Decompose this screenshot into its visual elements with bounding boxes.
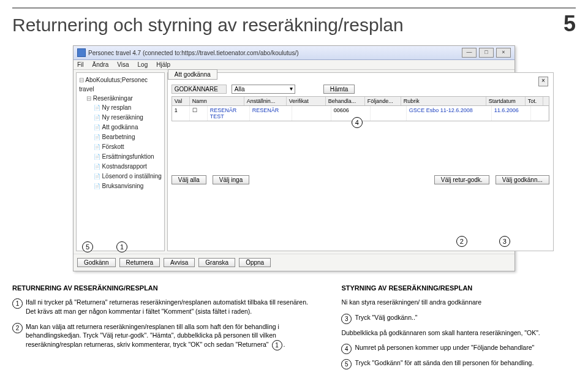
left-heading: RETURNERING AV RESERÄKNING/RESPLAN — [12, 284, 317, 293]
granska-button[interactable]: Granska — [198, 258, 235, 267]
right-para-5: 5 Tryck "Godkänn" för att sända den till… — [341, 358, 576, 368]
filter-label: GODKÄNNARE — [172, 85, 227, 94]
tree-item[interactable]: Kostnadsrapport — [79, 162, 162, 172]
right-pdbl-text: Dubbelklicka på godkännaren som skall ha… — [341, 329, 540, 336]
right-p4-text: Numret på personen kommer upp under "Föl… — [355, 344, 534, 351]
col-start[interactable]: Startdatum — [486, 97, 526, 105]
close-button[interactable]: × — [496, 48, 511, 58]
page-number: 5 — [564, 11, 576, 37]
content-panel: Att godkänna × GODKÄNNARE Alla Hämta Val… — [167, 72, 554, 251]
right-p1: Ni kan styra reseräkningen/ till andra g… — [341, 298, 576, 307]
nav-tree[interactable]: AboKoulutus;Personec travel Reseräkninga… — [76, 72, 165, 251]
left-p2-text: Man kan välja att returnera reseräkninge… — [26, 323, 279, 349]
app-window: Personec travel 4.7 (connected to:https:… — [73, 45, 515, 271]
step-5-icon: 5 — [341, 359, 352, 369]
avvisa-button[interactable]: Avvisa — [164, 258, 195, 267]
callout-1: 1 — [116, 241, 127, 252]
valj-retur-button[interactable]: Välj retur-godk. — [434, 175, 489, 184]
grid-header: Val Namn Anställnin... Verifikat Behandl… — [172, 96, 549, 106]
right-p3-text: Tryck "Välj godkänn.." — [355, 314, 417, 321]
col-rubrik[interactable]: Rubrik — [401, 97, 486, 105]
callout-3: 3 — [499, 236, 510, 247]
row-checkbox[interactable]: ☐ — [190, 106, 208, 121]
menu-andra[interactable]: Ändra — [92, 61, 109, 68]
titlebar: Personec travel 4.7 (connected to:https:… — [74, 46, 514, 60]
col-anst[interactable]: Anställnin... — [244, 97, 287, 105]
row-beh: 00606 — [331, 106, 371, 121]
left-p1-text: Ifall ni trycker på "Returnera" returner… — [26, 298, 308, 315]
col-ver[interactable]: Verifikat — [287, 97, 326, 105]
page-title: Returnering och styrning av reseräkning/… — [12, 15, 404, 36]
step-3-icon: 3 — [341, 314, 352, 324]
tree-item[interactable]: Att godkänna — [79, 123, 162, 132]
callout-5: 5 — [82, 241, 93, 252]
row-tot — [531, 106, 549, 121]
tree-item[interactable]: Ersättningsfunktion — [79, 152, 162, 162]
row-index: 1 — [172, 106, 190, 121]
step-1-icon: 1 — [12, 298, 23, 309]
right-para-4: 4 Numret på personen kommer upp under "F… — [341, 343, 576, 352]
right-heading: STYRNING AV RESERÄKNING/RESPLAN — [341, 284, 576, 293]
valj-inga-button[interactable]: Välj inga — [213, 175, 249, 184]
menu-log[interactable]: Log — [138, 61, 148, 68]
bottom-toolbar: Godkänn Returnera Avvisa Granska Öppna — [74, 254, 514, 271]
row-rubrik: GSCE Esbo 11-12.6.2008 — [407, 106, 492, 121]
maximize-button[interactable]: □ — [479, 48, 494, 58]
menubar: Fil Ändra Visa Log Hjälp — [74, 60, 514, 70]
tree-root[interactable]: AboKoulutus;Personec travel — [79, 75, 162, 94]
left-para-1: 1 Ifall ni trycker på "Returnera" return… — [12, 298, 317, 316]
panel-close-icon[interactable]: × — [538, 77, 548, 86]
tree-item[interactable]: Ny reseräkning — [79, 113, 162, 123]
returnera-button[interactable]: Returnera — [119, 258, 160, 267]
callout-2: 2 — [456, 236, 467, 247]
callout-4: 4 — [352, 117, 363, 128]
tree-item[interactable]: Lösenord o inställning — [79, 172, 162, 181]
tree-item[interactable]: Förskott — [79, 142, 162, 152]
menu-hjalp[interactable]: Hjälp — [156, 61, 170, 68]
tree-item[interactable]: Bruksanvisning — [79, 181, 162, 191]
fetch-button[interactable]: Hämta — [323, 85, 355, 94]
window-title: Personec travel 4.7 (connected to:https:… — [88, 50, 299, 56]
right-p5-text: Tryck "Godkänn" för att sända den till p… — [355, 359, 533, 366]
col-folj[interactable]: Följande... — [365, 97, 401, 105]
col-beh[interactable]: Behandla... — [326, 97, 365, 105]
step-2-icon: 2 — [12, 323, 23, 333]
tree-group[interactable]: Reseräkningar — [79, 94, 162, 103]
menu-fil[interactable]: Fil — [77, 61, 84, 68]
right-p-dbl: Dubbelklicka på godkännaren som skall ha… — [341, 328, 576, 338]
tree-item[interactable]: Bearbetning — [79, 132, 162, 142]
row-anst: RESENÄR — [250, 106, 292, 121]
right-para-3: 3 Tryck "Välj godkänn.." — [341, 313, 576, 322]
tab-att-godkanna[interactable]: Att godkänna — [168, 69, 217, 80]
valj-alla-button[interactable]: Välj alla — [172, 175, 206, 184]
minimize-button[interactable]: — — [462, 48, 477, 58]
col-namn[interactable]: Namn — [190, 97, 244, 105]
godkann-button[interactable]: Godkänn — [77, 258, 116, 267]
row-namn: RESENÄR TEST — [208, 106, 250, 121]
row-start: 11.6.2006 — [492, 106, 531, 121]
left-para-2: 2 Man kan välja att returnera reseräknin… — [12, 322, 317, 350]
row-folj — [371, 106, 407, 121]
filter-dropdown[interactable]: Alla — [232, 85, 295, 94]
inline-step-1-icon: 1 — [272, 340, 282, 350]
oppna-button[interactable]: Öppna — [239, 258, 271, 267]
tree-item[interactable]: Ny resplan — [79, 103, 162, 113]
col-tot[interactable]: Tot. — [526, 97, 543, 105]
right-p1-text: Ni kan styra reseräkningen/ till andra g… — [341, 298, 481, 306]
app-icon — [77, 48, 86, 57]
menu-visa[interactable]: Visa — [117, 61, 129, 68]
left-p2-end: . — [284, 341, 285, 348]
valj-godkann-button[interactable]: Välj godkänn... — [496, 175, 549, 184]
col-val[interactable]: Val — [172, 97, 190, 105]
step-4-icon: 4 — [341, 344, 352, 354]
row-ver — [292, 106, 331, 121]
